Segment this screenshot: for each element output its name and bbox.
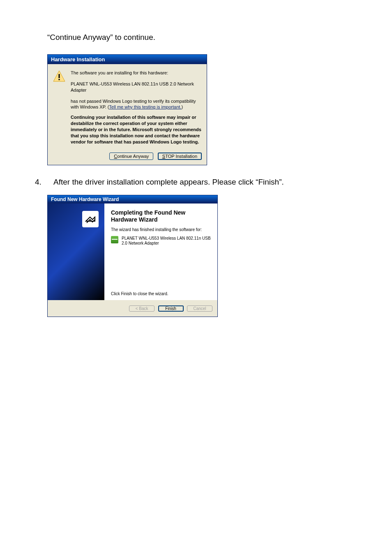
finish-button[interactable]: Finish [158,305,184,312]
dialog2-subtext: The wizard has finished installing the s… [111,227,212,232]
dialog2-close-hint: Click Finish to close the wizard. [111,291,168,296]
dialog2-device-name: PLANET WNL-U553 Wireless LAN 802.11n USB… [122,236,212,246]
stop-installation-button[interactable]: STOP Installation [158,153,202,160]
back-button[interactable]: < Back [129,305,154,312]
found-new-hardware-wizard-dialog: Found New Hardware Wizard Completing the… [47,195,218,317]
wizard-graphic-icon [82,211,99,227]
cancel-button[interactable]: Cancel [187,305,212,312]
svg-rect-2 [59,79,60,80]
svg-rect-1 [59,74,60,78]
wizard-side-panel [48,204,104,300]
continue-anyway-button[interactable]: Continue Anyway [109,153,153,160]
dialog1-device-name: PLANET WNL-U553 Wireless LAN 802.11n USB… [71,81,202,93]
dialog1-logo-post: ) [181,104,183,109]
doc-intro-text: “Continue Anyway” to continue. [47,33,357,42]
warning-icon [53,70,66,83]
tell-me-why-link[interactable]: Tell me why this testing is important. [109,104,181,109]
dialog1-logo-text: has not passed Windows Logo testing to v… [71,98,202,111]
dialog2-heading: Completing the Found New Hardware Wizard [111,209,212,223]
step4-number: 4. [35,178,53,187]
dialog1-line1: The software you are installing for this… [71,70,202,76]
network-adapter-icon [111,236,118,243]
dialog1-warning: Continuing your installation of this sof… [71,114,202,145]
step4-text: After the driver installation complete a… [53,178,357,187]
hardware-installation-dialog: Hardware Installation The software you a… [47,54,207,165]
dialog2-title: Found New Hardware Wizard [48,195,217,204]
dialog1-title: Hardware Installation [48,55,207,64]
